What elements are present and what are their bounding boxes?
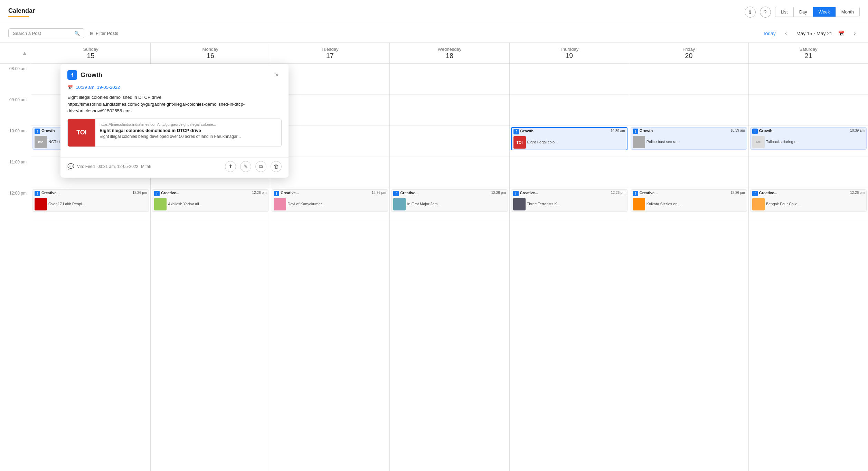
popup-link-info: https://timesofindia.indiatimes.com/city… [95,119,281,147]
event-name-mon12: Creative... [161,191,179,195]
fb-icon-sat12: f [752,191,758,196]
event-time-fri12: 12:26 pm [730,191,745,195]
event-name-fri12: Creative... [640,191,658,195]
day-view-button[interactable]: Day [794,7,813,17]
slot-sat-10: f Growth 10:39 am IMG Tailbacks during r… [749,126,868,157]
slot-wed-9 [390,95,509,126]
day-name-monday: Monday [202,47,218,52]
toi-logo: TOI [68,119,95,147]
event-popup: f Growth × 📅 10:39 am, 19-05-2022 Eight … [60,64,289,178]
day-name-friday: Friday [682,47,695,52]
time-column: ▲ 08:00 am 09:00 am 10:00 am 11:00 am 12… [0,43,31,471]
toolbar-right: Today ‹ May 15 - May 21 📅 › [763,29,860,38]
popup-via-time: 03:31 am, 12-05-2022 [97,164,138,169]
popup-share-button[interactable]: ⬆ [225,161,236,172]
event-time-sun12: 12:26 pm [132,191,147,195]
week-view-button[interactable]: Week [813,7,836,17]
fb-icon-tue12: f [274,191,279,196]
filter-icon: ⊟ [90,31,94,36]
popup-fb-icon: f [67,70,77,80]
popup-author: Mitali [141,164,151,169]
toolbar-left: 🔍 ⊟ Filter Posts [8,28,118,38]
search-icon: 🔍 [74,31,80,36]
popup-close-button[interactable]: × [272,70,282,80]
day-cells-saturday: f Growth 10:39 am IMG Tailbacks during r… [749,64,868,471]
event-thu-10[interactable]: f Growth 10:39 am TOI Eight illegal colo… [511,127,628,150]
collapse-button[interactable]: ▲ [22,50,27,56]
help-button[interactable]: ? [760,7,771,18]
event-tue-12[interactable]: f Creative... 12:26 pm Devi of Kanyakuma… [272,189,388,212]
event-fri-10[interactable]: f Growth 10:39 am Police bust sex ra... [631,127,747,150]
event-thu-12[interactable]: f Creative... 12:26 pm Three Terrorists … [511,189,628,212]
filter-label: Filter Posts [96,31,118,36]
event-time-mon12: 12:26 pm [252,191,267,195]
event-time-fri10: 10:39 am [730,129,745,132]
slot-fri-9 [629,95,748,126]
popup-delete-button[interactable]: 🗑 [271,161,282,172]
day-name-thursday: Thursday [560,47,578,52]
event-desc-sun12: Over 17 Lakh Peopl... [48,202,85,206]
header-left: Calendar [8,7,35,17]
event-time-thu10: 10:39 am [611,129,625,133]
list-view-button[interactable]: List [775,7,794,17]
toolbar: 🔍 ⊟ Filter Posts Today ‹ May 15 - May 21… [0,24,868,43]
day-cells-wednesday: f Creative... 12:26 pm In First Major Ja… [390,64,509,471]
day-col-thursday: Thursday 19 f Growth [510,43,629,471]
popup-link-card[interactable]: TOI https://timesofindia.indiatimes.com/… [67,119,282,147]
event-name-sun10: Growth [41,129,55,133]
calendar-picker-icon[interactable]: 📅 [838,30,845,37]
day-name-sunday: Sunday [83,47,98,52]
slot-thu-9 [510,95,629,126]
event-name-sun12: Creative... [41,191,60,195]
popup-copy-button[interactable]: ⧉ [255,161,266,172]
fb-icon-thu10: f [513,129,519,134]
fb-icon-sat10: f [752,129,758,134]
slot-thu-8 [510,64,629,95]
popup-via: Via: Feed [77,164,95,169]
day-num-tuesday: 17 [326,52,334,60]
event-mon-12[interactable]: f Creative... 12:26 pm Akhilesh Yadav Al… [152,189,268,212]
event-sun-12[interactable]: f Creative... 12:26 pm Over 17 Lakh Peop… [32,189,149,212]
popup-link-title: Eight illegal colonies demolished in DTC… [100,128,277,133]
slot-thu-12: f Creative... 12:26 pm Three Terrorists … [510,188,629,219]
day-name-saturday: Saturday [799,47,817,52]
slot-wed-8 [390,64,509,95]
event-thumb-sat10: IMG [752,136,765,148]
edit-icon: ✎ [244,163,248,170]
event-sat-12[interactable]: f Creative... 12:26 pm Bengal: Four Chil… [750,189,867,212]
event-thumb-wed12 [393,198,406,210]
event-desc-thu10: Eight illegal colo... [527,140,558,144]
event-sat-10[interactable]: f Growth 10:39 am IMG Tailbacks during r… [750,127,867,150]
today-button[interactable]: Today [763,31,775,36]
popup-time-icon: 📅 [67,85,73,90]
month-view-button[interactable]: Month [836,7,859,17]
day-cells-friday: f Growth 10:39 am Police bust sex ra... [629,64,748,471]
popup-text: Eight illegal colonies demolished in DTC… [67,94,282,114]
search-box[interactable]: 🔍 [8,28,84,38]
day-col-friday: Friday 20 f Growth [629,43,749,471]
slot-sat-8 [749,64,868,95]
filter-button[interactable]: ⊟ Filter Posts [90,31,118,36]
event-desc-fri10: Police bust sex ra... [647,140,680,144]
event-fri-12[interactable]: f Creative... 12:26 pm Kolkata Sizzles o… [631,189,747,212]
info-button[interactable]: ℹ [745,7,756,18]
event-thumb-sat12 [752,198,765,210]
app-title: Calendar [8,7,35,15]
slot-wed-11 [390,157,509,188]
view-switcher: List Day Week Month [775,7,860,17]
next-week-button[interactable]: › [850,29,860,38]
popup-title: Growth [81,72,102,79]
search-input[interactable] [13,31,72,36]
event-wed-12[interactable]: f Creative... 12:26 pm In First Major Ja… [391,189,508,212]
slot-wed-10 [390,126,509,157]
event-desc-thu12: Three Terrorists K... [527,202,560,206]
day-num-saturday: 21 [804,52,812,60]
time-label-12pm: 12:00 pm [0,188,31,219]
time-label-8am: 08:00 am [0,64,31,95]
prev-week-button[interactable]: ‹ [781,29,791,38]
day-num-wednesday: 18 [446,52,453,60]
time-label-10am: 10:00 am [0,126,31,157]
popup-edit-button[interactable]: ✎ [240,161,251,172]
fb-icon-sun12: f [35,191,40,196]
slot-wed-12: f Creative... 12:26 pm In First Major Ja… [390,188,509,219]
